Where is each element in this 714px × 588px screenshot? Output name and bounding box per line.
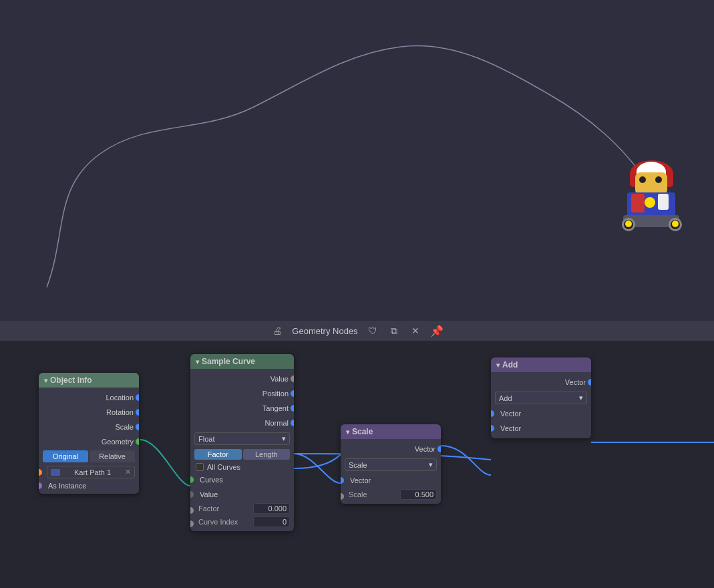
scale-value-socket bbox=[341, 493, 344, 500]
node-add-header: ▾ Add bbox=[491, 357, 591, 372]
toolbar-title: Geometry Nodes bbox=[292, 326, 357, 336]
sc-tangent-socket bbox=[291, 405, 294, 412]
add-vector-out-label: Vector bbox=[496, 378, 586, 386]
scale-vector-in-socket bbox=[341, 477, 344, 484]
factor-value-row: Factor 0.000 bbox=[190, 502, 294, 515]
all-curves-checkbox[interactable] bbox=[196, 463, 204, 471]
node-object-info: ▾ Object Info Location Rotation Scale Ge… bbox=[39, 373, 139, 494]
kart-path-label: Kart Path 1 bbox=[74, 468, 111, 476]
node-add: ▾ Add Vector Add ▾ Vector bbox=[491, 357, 591, 438]
node-scale: ▾ Scale Vector Scale ▾ Vector bbox=[341, 424, 441, 504]
scale-dropdown-row: Scale ▾ bbox=[341, 456, 441, 473]
curve-index-row: Curve Index 0 bbox=[190, 515, 294, 529]
sc-tangent-label: Tangent bbox=[196, 404, 289, 412]
add-vector1-label: Vector bbox=[500, 410, 521, 418]
sc-value-in-socket bbox=[190, 491, 194, 498]
original-button[interactable]: Original bbox=[43, 450, 88, 462]
kart-path-icon bbox=[51, 469, 60, 476]
scale-value-input[interactable]: 0.500 bbox=[400, 489, 437, 500]
add-vector1-row: Vector bbox=[491, 406, 591, 421]
curve-path bbox=[0, 0, 714, 321]
factor-length-row: Factor Length bbox=[190, 447, 294, 462]
sc-value-label: Value bbox=[196, 375, 289, 383]
as-instance-socket bbox=[39, 482, 42, 489]
factor-button[interactable]: Factor bbox=[194, 449, 242, 460]
scale-vector-out-label: Vector bbox=[346, 445, 435, 453]
node-sample-curve: ▾ Sample Curve Value Position Tangent No… bbox=[190, 354, 294, 531]
scale-vector-in-label: Vector bbox=[350, 476, 371, 484]
curve-index-label: Curve Index bbox=[198, 518, 250, 526]
sc-value-input-row: Value bbox=[190, 487, 294, 502]
location-socket bbox=[136, 394, 139, 401]
copy-icon[interactable]: ⧉ bbox=[387, 324, 401, 337]
sc-normal-row: Normal bbox=[190, 416, 294, 430]
node-scale-title: Scale bbox=[352, 427, 373, 436]
rotation-label: Rotation bbox=[44, 408, 134, 416]
scale-vector-out-row: Vector bbox=[341, 442, 441, 456]
sc-value-socket bbox=[291, 376, 294, 382]
pin-icon[interactable]: 📌 bbox=[430, 324, 443, 337]
node-object-info-body: Location Rotation Scale Geometry Origina… bbox=[39, 388, 139, 494]
node-row-scale: Scale bbox=[39, 420, 139, 434]
scale-label: Scale bbox=[44, 423, 134, 431]
node-row-location: Location bbox=[39, 390, 139, 405]
all-curves-label: All Curves bbox=[207, 463, 240, 471]
factor-field-label: Factor bbox=[198, 504, 250, 512]
close-icon[interactable]: ✕ bbox=[409, 324, 422, 337]
type-dropdown-value: Float bbox=[198, 435, 214, 443]
node-row-rotation: Rotation bbox=[39, 405, 139, 420]
viewport bbox=[0, 0, 714, 321]
relative-button[interactable]: Relative bbox=[90, 450, 135, 462]
type-dropdown-row: Float ▾ bbox=[190, 430, 294, 447]
sc-position-label: Position bbox=[196, 390, 289, 398]
sc-curves-input-row: Curves bbox=[190, 472, 294, 487]
node-scale-body: Vector Scale ▾ Vector Scale 0.500 bbox=[341, 439, 441, 504]
add-vector2-socket bbox=[491, 425, 494, 432]
node-row-geometry: Geometry bbox=[39, 434, 139, 449]
node-sample-curve-header: ▾ Sample Curve bbox=[190, 354, 294, 369]
add-dropdown[interactable]: Add ▾ bbox=[495, 392, 587, 404]
factor-value-input[interactable]: 0.000 bbox=[253, 503, 290, 514]
kart-character bbox=[622, 160, 682, 241]
curve-index-input[interactable]: 0 bbox=[253, 517, 290, 527]
object-input-row: Kart Path 1 ✕ bbox=[39, 464, 139, 480]
sc-curves-socket bbox=[190, 476, 194, 483]
kart-path-close[interactable]: ✕ bbox=[125, 468, 131, 476]
location-label: Location bbox=[44, 394, 134, 402]
rotation-socket bbox=[136, 409, 139, 416]
add-dropdown-row: Add ▾ bbox=[491, 390, 591, 406]
add-vector2-label: Vector bbox=[500, 424, 521, 432]
geometry-label: Geometry bbox=[44, 438, 134, 446]
kart-path-field[interactable]: Kart Path 1 ✕ bbox=[47, 466, 135, 478]
sc-normal-label: Normal bbox=[196, 419, 289, 427]
printer-icon[interactable]: 🖨 bbox=[271, 324, 284, 337]
node-add-title: Add bbox=[502, 360, 518, 370]
node-sample-curve-body: Value Position Tangent Normal Float ▾ bbox=[190, 369, 294, 531]
shield-icon[interactable]: 🛡 bbox=[366, 324, 379, 337]
sc-curves-input-label: Curves bbox=[200, 476, 223, 484]
scale-socket bbox=[136, 424, 139, 430]
sc-value-row: Value bbox=[190, 372, 294, 386]
scale-chevron-icon: ▾ bbox=[429, 460, 433, 469]
scale-vector-out-socket bbox=[437, 446, 441, 452]
length-button[interactable]: Length bbox=[243, 449, 291, 460]
node-add-body: Vector Add ▾ Vector Vector bbox=[491, 372, 591, 438]
add-chevron-icon: ▾ bbox=[579, 394, 583, 402]
scale-dropdown[interactable]: Scale ▾ bbox=[345, 458, 437, 471]
type-dropdown[interactable]: Float ▾ bbox=[194, 432, 290, 445]
sc-normal-socket bbox=[291, 420, 294, 426]
scale-vector-in-row: Vector bbox=[341, 473, 441, 488]
sc-tangent-row: Tangent bbox=[190, 401, 294, 416]
all-curves-row: All Curves bbox=[190, 462, 294, 472]
sc-position-row: Position bbox=[190, 386, 294, 401]
node-editor: ▾ Object Info Location Rotation Scale Ge… bbox=[0, 341, 714, 588]
scale-dropdown-value: Scale bbox=[349, 461, 367, 469]
as-instance-label: As Instance bbox=[48, 482, 86, 490]
curve-index-socket bbox=[190, 521, 194, 527]
chevron-down-icon: ▾ bbox=[282, 434, 286, 443]
add-vector1-socket bbox=[491, 410, 494, 417]
sc-position-socket bbox=[291, 390, 294, 397]
add-vector-out-row: Vector bbox=[491, 375, 591, 390]
node-scale-header: ▾ Scale bbox=[341, 424, 441, 439]
toolbar: 🖨 Geometry Nodes 🛡 ⧉ ✕ 📌 bbox=[0, 321, 714, 341]
